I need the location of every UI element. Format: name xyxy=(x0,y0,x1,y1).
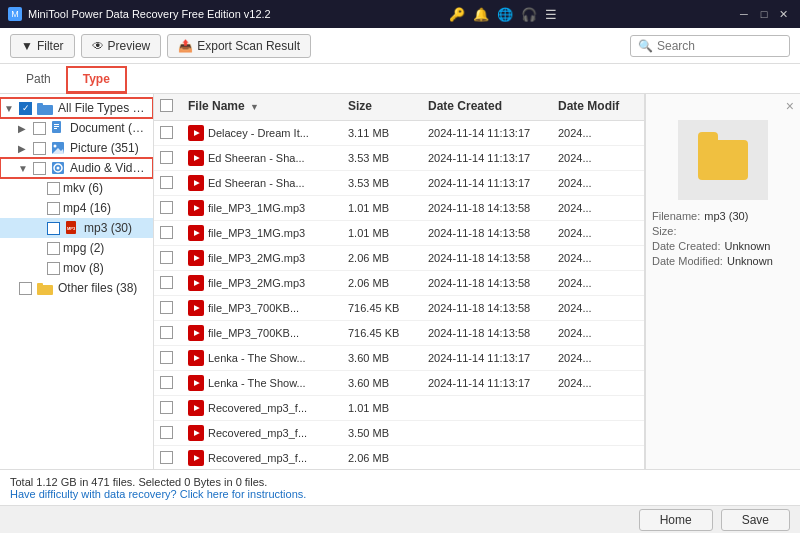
file-name-2: Ed Sheeran - Sha... xyxy=(208,177,305,189)
row-checkbox-10[interactable] xyxy=(160,376,173,389)
file-created-0: 2024-11-14 11:13:17 xyxy=(428,127,558,139)
file-modified-9: 2024... xyxy=(558,352,638,364)
maximize-button[interactable]: □ xyxy=(756,6,772,22)
menu-icon[interactable]: ☰ xyxy=(545,7,557,22)
key-icon[interactable]: 🔑 xyxy=(449,7,465,22)
file-row[interactable]: ▶ Recovered_mp3_f... 2.06 MB xyxy=(154,446,644,469)
export-button[interactable]: 📤 Export Scan Result xyxy=(167,34,311,58)
globe-icon[interactable]: 🌐 xyxy=(497,7,513,22)
preview-button[interactable]: 👁 Preview xyxy=(81,34,162,58)
title-bar-icons: 🔑 🔔 🌐 🎧 ☰ xyxy=(449,7,557,22)
home-button[interactable]: Home xyxy=(639,509,713,531)
checkbox-document[interactable] xyxy=(33,122,46,135)
file-row[interactable]: ▶ Recovered_mp3_f... 3.50 MB xyxy=(154,421,644,446)
file-modified-5: 2024... xyxy=(558,252,638,264)
row-checkbox-0[interactable] xyxy=(160,126,173,139)
file-row[interactable]: ▶ Recovered_mp3_f... 1.01 MB xyxy=(154,396,644,421)
checkbox-mp3[interactable] xyxy=(47,222,60,235)
tree-item-mov[interactable]: mov (8) xyxy=(0,258,153,278)
file-row[interactable]: ▶ file_MP3_700KB... 716.45 KB 2024-11-18… xyxy=(154,321,644,346)
tree-toggle-document[interactable]: ▶ xyxy=(18,123,30,134)
file-row[interactable]: ▶ file_MP3_2MG.mp3 2.06 MB 2024-11-18 14… xyxy=(154,271,644,296)
tree-item-document[interactable]: ▶ Document (20) xyxy=(0,118,153,138)
file-row[interactable]: ▶ Lenka - The Show... 3.60 MB 2024-11-14… xyxy=(154,346,644,371)
tab-path[interactable]: Path xyxy=(10,67,67,93)
file-list-header: File Name ▼ Size Date Created Date Modif xyxy=(154,94,644,121)
file-row[interactable]: ▶ Lenka - The Show... 3.60 MB 2024-11-14… xyxy=(154,371,644,396)
tree-item-mp3[interactable]: MP3 mp3 (30) xyxy=(0,218,153,238)
file-size-11: 1.01 MB xyxy=(348,402,428,414)
file-row[interactable]: ▶ Ed Sheeran - Sha... 3.53 MB 2024-11-14… xyxy=(154,146,644,171)
file-type-tree: ▼ ✓ All File Types (471) ▶ Document (20)… xyxy=(0,94,154,469)
header-size[interactable]: Size xyxy=(348,99,428,115)
filter-button[interactable]: ▼ Filter xyxy=(10,34,75,58)
file-row[interactable]: ▶ Delacey - Dream It... 3.11 MB 2024-11-… xyxy=(154,121,644,146)
row-checkbox-9[interactable] xyxy=(160,351,173,364)
file-modified-2: 2024... xyxy=(558,177,638,189)
checkbox-mp4[interactable] xyxy=(47,202,60,215)
preview-created-value: Unknown xyxy=(724,240,770,252)
file-row[interactable]: ▶ file_MP3_2MG.mp3 2.06 MB 2024-11-18 14… xyxy=(154,246,644,271)
tree-label-other: Other files (38) xyxy=(58,281,147,295)
file-modified-0: 2024... xyxy=(558,127,638,139)
row-checkbox-4[interactable] xyxy=(160,226,173,239)
bottom-bar: Home Save xyxy=(0,505,800,533)
row-checkbox-6[interactable] xyxy=(160,276,173,289)
tree-toggle-all[interactable]: ▼ xyxy=(4,103,16,114)
row-checkbox-13[interactable] xyxy=(160,451,173,464)
save-button[interactable]: Save xyxy=(721,509,790,531)
preview-close-button[interactable]: × xyxy=(786,98,794,114)
file-row[interactable]: ▶ file_MP3_1MG.mp3 1.01 MB 2024-11-18 14… xyxy=(154,196,644,221)
tree-item-mkv[interactable]: mkv (6) xyxy=(0,178,153,198)
header-modified[interactable]: Date Modif xyxy=(558,99,638,115)
row-checkbox-3[interactable] xyxy=(160,201,173,214)
row-checkbox-2[interactable] xyxy=(160,176,173,189)
file-row[interactable]: ▶ Ed Sheeran - Sha... 3.53 MB 2024-11-14… xyxy=(154,171,644,196)
checkbox-mpg[interactable] xyxy=(47,242,60,255)
file-size-4: 1.01 MB xyxy=(348,227,428,239)
tab-type[interactable]: Type xyxy=(67,67,126,93)
row-checkbox-7[interactable] xyxy=(160,301,173,314)
tree-item-picture[interactable]: ▶ Picture (351) xyxy=(0,138,153,158)
mp3-icon: ▶ xyxy=(188,350,204,366)
row-checkbox-8[interactable] xyxy=(160,326,173,339)
checkbox-mkv[interactable] xyxy=(47,182,60,195)
header-created[interactable]: Date Created xyxy=(428,99,558,115)
row-checkbox-11[interactable] xyxy=(160,401,173,414)
tree-item-mp4[interactable]: mp4 (16) xyxy=(0,198,153,218)
file-row[interactable]: ▶ file_MP3_700KB... 716.45 KB 2024-11-18… xyxy=(154,296,644,321)
tree-label-mpg: mpg (2) xyxy=(63,241,147,255)
checkbox-picture[interactable] xyxy=(33,142,46,155)
header-filename[interactable]: File Name ▼ xyxy=(188,99,348,115)
tree-item-other-files[interactable]: Other files (38) xyxy=(0,278,153,298)
file-size-10: 3.60 MB xyxy=(348,377,428,389)
help-link[interactable]: Have difficulty with data recovery? Clic… xyxy=(10,488,306,500)
tree-item-audio-video[interactable]: ▼ Audio & Video (62) xyxy=(0,158,153,178)
checkbox-all[interactable]: ✓ xyxy=(19,102,32,115)
row-checkbox-12[interactable] xyxy=(160,426,173,439)
file-size-1: 3.53 MB xyxy=(348,152,428,164)
main-content: ▼ ✓ All File Types (471) ▶ Document (20)… xyxy=(0,94,800,469)
headset-icon[interactable]: 🎧 xyxy=(521,7,537,22)
row-checkbox-1[interactable] xyxy=(160,151,173,164)
tree-item-all-file-types[interactable]: ▼ ✓ All File Types (471) xyxy=(0,98,153,118)
search-input[interactable] xyxy=(657,39,787,53)
checkbox-audio[interactable] xyxy=(33,162,46,175)
tree-toggle-picture[interactable]: ▶ xyxy=(18,143,30,154)
row-checkbox-5[interactable] xyxy=(160,251,173,264)
document-icon xyxy=(51,121,65,135)
header-checkbox[interactable] xyxy=(160,99,173,112)
file-name-11: Recovered_mp3_f... xyxy=(208,402,307,414)
preview-modified-label: Date Modified: xyxy=(652,255,723,267)
mp3-icon: ▶ xyxy=(188,275,204,291)
svg-rect-3 xyxy=(54,124,59,125)
bell-icon[interactable]: 🔔 xyxy=(473,7,489,22)
close-button[interactable]: ✕ xyxy=(776,6,792,22)
checkbox-mov[interactable] xyxy=(47,262,60,275)
tree-toggle-audio[interactable]: ▼ xyxy=(18,163,30,174)
tree-item-mpg[interactable]: mpg (2) xyxy=(0,238,153,258)
file-row[interactable]: ▶ file_MP3_1MG.mp3 1.01 MB 2024-11-18 14… xyxy=(154,221,644,246)
minimize-button[interactable]: ─ xyxy=(736,6,752,22)
checkbox-other[interactable] xyxy=(19,282,32,295)
file-list[interactable]: File Name ▼ Size Date Created Date Modif… xyxy=(154,94,645,469)
